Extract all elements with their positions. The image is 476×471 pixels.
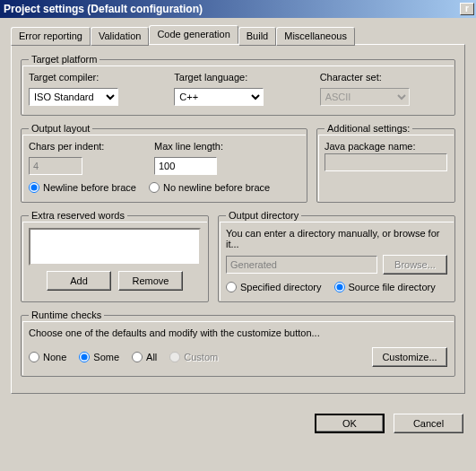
output-directory-group: Output directory You can enter a directo…: [218, 210, 455, 302]
tab-code-generation[interactable]: Code generation: [149, 25, 238, 44]
tab-panel: Target platform Target compiler: ISO Sta…: [11, 44, 465, 394]
target-compiler-select[interactable]: ISO Standard: [29, 88, 118, 106]
dialog-body: Error reporting Validation Code generati…: [0, 18, 476, 403]
additional-settings-legend: Additional settings:: [325, 123, 412, 134]
output-directory-hint: You can enter a directory manually, or b…: [226, 228, 447, 249]
extra-reserved-words-legend: Extra reserved words: [29, 210, 127, 221]
character-set-label: Character set:: [320, 72, 447, 83]
window-title: Project settings (Default configuration): [4, 3, 203, 15]
target-language-label: Target language:: [174, 72, 301, 83]
remove-button[interactable]: Remove: [118, 271, 183, 291]
java-package-label: Java package name:: [325, 141, 447, 152]
runtime-checks-group: Runtime checks Choose one of the default…: [21, 310, 455, 377]
chars-per-indent-label: Chars per indent:: [29, 141, 127, 152]
tab-build[interactable]: Build: [238, 27, 276, 46]
no-newline-before-brace-radio[interactable]: No newline before brace: [149, 182, 270, 193]
add-button[interactable]: Add: [47, 271, 111, 291]
extra-words-listbox[interactable]: [29, 228, 201, 266]
max-line-length-input[interactable]: [154, 157, 217, 175]
target-language-select[interactable]: C++: [174, 88, 264, 106]
runtime-all-radio[interactable]: All: [132, 352, 157, 362]
newline-before-brace-radio[interactable]: Newline before brace: [29, 182, 136, 193]
tab-validation[interactable]: Validation: [91, 27, 150, 46]
target-platform-group: Target platform Target compiler: ISO Sta…: [21, 54, 455, 116]
output-directory-legend: Output directory: [226, 210, 301, 221]
specified-directory-radio[interactable]: Specified directory: [226, 282, 322, 292]
cancel-button[interactable]: Cancel: [394, 414, 463, 433]
output-layout-group: Output layout Chars per indent: Max line…: [21, 123, 307, 203]
browse-button: Browse...: [383, 255, 447, 275]
tab-miscellaneous[interactable]: Miscellaneous: [276, 27, 355, 46]
extra-reserved-words-group: Extra reserved words Add Remove: [21, 210, 209, 302]
additional-settings-group: Additional settings: Java package name:: [316, 123, 455, 203]
output-directory-input: [226, 256, 377, 274]
java-package-input: [325, 153, 447, 171]
target-compiler-label: Target compiler:: [29, 72, 156, 83]
runtime-none-radio[interactable]: None: [29, 352, 66, 362]
source-file-directory-radio[interactable]: Source file directory: [334, 282, 436, 292]
runtime-some-radio[interactable]: Some: [79, 352, 119, 362]
runtime-custom-radio: Custom: [169, 352, 218, 362]
output-layout-legend: Output layout: [29, 123, 92, 134]
runtime-checks-desc: Choose one of the defaults and modify wi…: [29, 327, 447, 338]
dialog-footer: OK Cancel: [0, 403, 476, 444]
ok-button[interactable]: OK: [315, 414, 385, 433]
tab-strip: Error reporting Validation Code generati…: [11, 26, 465, 45]
chars-per-indent-input[interactable]: [29, 157, 82, 175]
customize-button[interactable]: Customize...: [372, 347, 447, 367]
title-bar: Project settings (Default configuration)…: [0, 0, 476, 18]
character-set-select: ASCII: [320, 88, 410, 106]
runtime-checks-legend: Runtime checks: [29, 310, 104, 320]
target-platform-legend: Target platform: [29, 54, 100, 65]
max-line-length-label: Max line length:: [154, 141, 299, 152]
tab-error-reporting[interactable]: Error reporting: [11, 27, 91, 46]
close-button[interactable]: r: [460, 3, 474, 15]
